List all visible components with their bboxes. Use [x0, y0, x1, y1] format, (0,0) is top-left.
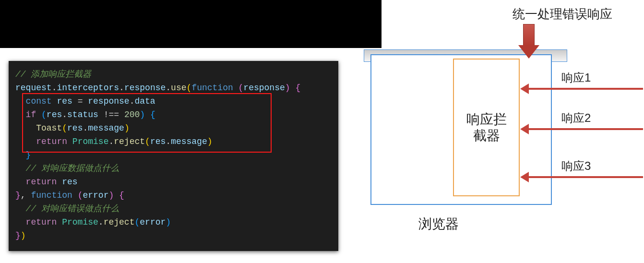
t: (	[134, 217, 140, 227]
t: const	[15, 96, 57, 106]
t: Promise	[62, 217, 98, 227]
t: .	[83, 123, 88, 133]
t: .	[130, 96, 135, 106]
diagram: 统一处理错误响应 响应拦截器 浏览器 响应1 响应2 响应3	[336, 0, 644, 263]
t: )	[285, 83, 296, 93]
t: response	[243, 83, 285, 93]
diagram-title: 统一处理错误响应	[513, 6, 612, 23]
t: )	[140, 110, 150, 120]
code-comment: // 对响应数据做点什么	[15, 164, 119, 173]
t: function	[191, 83, 238, 93]
interceptor-box: 响应拦截器	[453, 59, 520, 196]
code-comment: // 添加响应拦截器	[15, 70, 91, 79]
t: .	[108, 137, 114, 146]
arrow-down-icon	[518, 24, 539, 60]
top-black-bar	[0, 0, 382, 48]
t: res	[57, 96, 72, 106]
t: reject	[114, 137, 145, 146]
t: (	[62, 123, 67, 133]
t: (	[239, 83, 244, 93]
t: =	[72, 96, 88, 106]
t: error	[140, 217, 166, 227]
t: res	[47, 110, 62, 120]
t: response	[88, 96, 129, 106]
arrow-left-icon	[520, 175, 643, 178]
t: {	[119, 191, 124, 200]
t: request	[15, 83, 52, 93]
t: if	[15, 110, 41, 120]
t: (	[187, 83, 192, 93]
t: .	[166, 83, 171, 93]
interceptor-label: 响应拦截器	[461, 111, 512, 144]
code-editor: // 添加响应拦截器 request.interceptors.response…	[9, 61, 338, 251]
t: return	[15, 217, 62, 227]
resp2-label: 响应2	[561, 110, 591, 126]
t: reject	[104, 217, 135, 227]
browser-label: 浏览器	[418, 215, 459, 233]
t: .	[119, 83, 124, 93]
t: function	[31, 191, 77, 200]
t: )	[21, 231, 26, 240]
t: message	[171, 137, 207, 146]
t: }	[15, 150, 31, 160]
t: .	[98, 217, 104, 227]
t: return	[15, 137, 72, 146]
t: 200	[124, 110, 140, 120]
arrow-left-icon	[520, 86, 643, 89]
t: }	[15, 231, 21, 240]
t: return	[15, 177, 62, 187]
t: message	[88, 123, 124, 133]
t: {	[295, 83, 300, 93]
t: (	[78, 191, 83, 200]
t: .	[62, 110, 67, 120]
t: {	[150, 110, 155, 120]
t: )	[108, 191, 119, 200]
t: )	[207, 137, 213, 146]
t: }	[15, 191, 21, 200]
t: interceptors	[57, 83, 119, 93]
code-comment: // 对响应错误做点什么	[15, 204, 119, 214]
resp1-label: 响应1	[561, 70, 591, 85]
resp3-label: 响应3	[561, 158, 591, 174]
t: Toast	[15, 123, 62, 133]
t: data	[134, 96, 155, 106]
t: )	[124, 123, 130, 133]
t: (	[41, 110, 47, 120]
t: response	[124, 83, 166, 93]
t: use	[171, 83, 186, 93]
t: res	[67, 123, 83, 133]
t: Promise	[72, 137, 109, 146]
t: .	[166, 137, 171, 146]
t: (	[145, 137, 150, 146]
t: !==	[98, 110, 124, 120]
t: status	[67, 110, 98, 120]
t: ,	[21, 191, 31, 200]
arrow-left-icon	[520, 127, 643, 130]
t: res	[150, 137, 166, 146]
t: res	[62, 177, 77, 187]
t: error	[83, 191, 108, 200]
t: )	[166, 217, 171, 227]
t: .	[52, 83, 57, 93]
